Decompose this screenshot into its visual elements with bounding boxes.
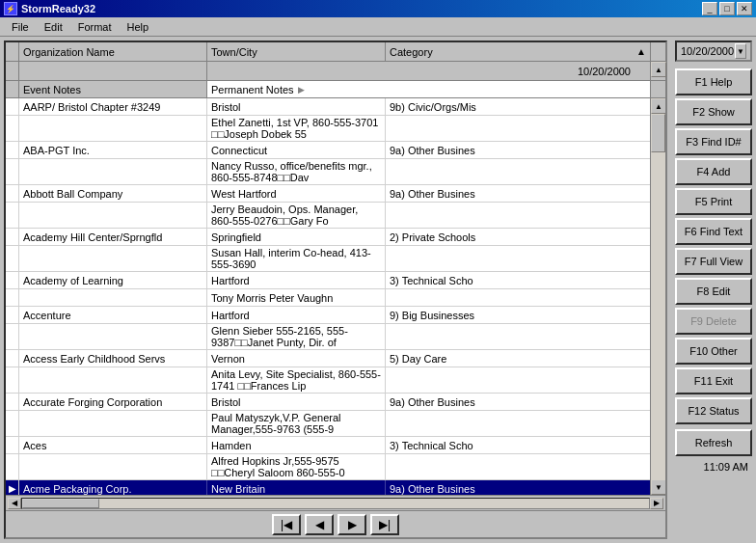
fkey-f1[interactable]: F1 Help <box>675 68 752 95</box>
vertical-scrollbar[interactable]: ▲ ▼ <box>650 98 665 495</box>
scroll-thumb[interactable] <box>651 114 665 152</box>
nav-last-button[interactable]: ▶| <box>370 514 399 535</box>
row-indicator <box>6 159 19 184</box>
minimize-button[interactable]: _ <box>702 2 717 15</box>
row-indicator <box>6 437 19 453</box>
org-name-cell: Aces <box>19 437 207 453</box>
h-scroll-thumb[interactable] <box>22 499 99 508</box>
category-cell: 9a) Other Busines <box>386 480 650 495</box>
date-value: 10/20/2000 <box>207 62 650 80</box>
table-row[interactable]: Accurate Forging CorporationBristol9a) O… <box>6 394 650 411</box>
table-row[interactable]: Paul Matyszyk,V.P. General Manager,555-9… <box>6 411 650 437</box>
fkey-f4[interactable]: F4 Add <box>675 158 752 185</box>
table-row[interactable]: Nancy Russo, office/benefits mgr., 860-5… <box>6 159 650 185</box>
sort-arrow-icon: ▲ <box>636 46 646 57</box>
close-button[interactable]: ✕ <box>737 2 752 15</box>
table-row[interactable]: Jerry Beaudoin, Ops. Manager, 860-555-02… <box>6 203 650 229</box>
row-indicator <box>6 394 19 410</box>
row-indicator <box>6 203 19 228</box>
notes-cell <box>19 367 207 393</box>
maximize-button[interactable]: □ <box>719 2 735 15</box>
fkey-f11[interactable]: F11 Exit <box>675 367 752 394</box>
category-cell: 9) Big Businesses <box>386 307 650 323</box>
notes-cell <box>19 246 207 271</box>
town-cell: Anita Levy, Site Specialist, 860-555-174… <box>207 367 386 393</box>
date-dropdown-button[interactable]: ▼ <box>735 43 746 59</box>
row-indicator <box>6 142 19 158</box>
right-panel: 10/20/2000 ▼ F1 Help F2 Show F3 Find ID#… <box>671 37 756 543</box>
table-row[interactable]: ▶Acme Packaging Corp.New Britain9a) Othe… <box>6 480 650 495</box>
town-cell: Springfield <box>207 229 386 245</box>
table-header: Organization Name Town/City Category ▲ <box>6 42 665 62</box>
menu-file[interactable]: File <box>4 18 37 36</box>
h-scroll-track[interactable] <box>21 498 650 509</box>
town-cell: Glenn Sieber 555-2165, 555-9387□□Janet P… <box>207 324 386 349</box>
table-row[interactable]: Academy of LearningHartford3) Technical … <box>6 272 650 289</box>
menu-help[interactable]: Help <box>120 18 157 36</box>
scroll-down-button[interactable]: ▼ <box>651 479 665 495</box>
menu-format[interactable]: Format <box>70 18 120 36</box>
fkey-f3[interactable]: F3 Find ID# <box>675 128 752 155</box>
row-indicator <box>6 185 19 202</box>
notes-value: Permanent Notes ▶ <box>207 81 650 97</box>
table-row[interactable]: Access Early Childhood ServsVernon5) Day… <box>6 350 650 367</box>
table-row[interactable]: AccentureHartford9) Big Businesses <box>6 307 650 324</box>
town-cell: Bristol <box>207 394 386 410</box>
town-cell: Hartford <box>207 307 386 323</box>
fkey-f8[interactable]: F8 Edit <box>675 278 752 305</box>
org-name-cell: Acme Packaging Corp. <box>19 480 207 495</box>
fkey-f5[interactable]: F5 Print <box>675 188 752 215</box>
window-controls[interactable]: _ □ ✕ <box>702 2 752 15</box>
table-row[interactable]: Anita Levy, Site Specialist, 860-555-174… <box>6 367 650 394</box>
col-header-town[interactable]: Town/City <box>207 42 386 61</box>
notes-cell <box>19 116 207 141</box>
fkey-f7[interactable]: F7 Full View <box>675 248 752 275</box>
table-row[interactable]: Tony Morris Peter Vaughn <box>6 289 650 307</box>
menu-edit[interactable]: Edit <box>37 18 70 36</box>
town-cell: Connecticut <box>207 142 386 158</box>
table-row[interactable]: Alfred Hopkins Jr,555-9575 □□Cheryl Salo… <box>6 454 650 480</box>
scroll-right-button[interactable]: ▶ <box>650 498 663 509</box>
fkey-f2[interactable]: F2 Show <box>675 98 752 125</box>
table-row[interactable]: AARP/ Bristol Chapter #3249Bristol9b) Ci… <box>6 98 650 116</box>
time-display: 11:09 AM <box>675 459 752 475</box>
table-row[interactable]: Academy Hill Center/SprngfldSpringfield2… <box>6 229 650 246</box>
table-row[interactable]: Ethel Zanetti, 1st VP, 860-555-3701 □□Jo… <box>6 116 650 142</box>
row-indicator <box>6 229 19 245</box>
row-indicator <box>6 367 19 393</box>
col-header-org[interactable]: Organization Name <box>19 42 207 61</box>
table-row[interactable]: Abbott Ball CompanyWest Hartford9a) Othe… <box>6 185 650 203</box>
table-row[interactable]: Susan Hall, interim Co-head, 413-555-369… <box>6 246 650 272</box>
refresh-button[interactable]: Refresh <box>675 429 752 456</box>
org-name-cell: Abbott Ball Company <box>19 185 207 202</box>
horizontal-scrollbar[interactable]: ◀ ▶ <box>6 495 665 510</box>
category-cell <box>386 324 650 349</box>
category-cell <box>386 411 650 436</box>
org-name-cell: AARP/ Bristol Chapter #3249 <box>19 98 207 115</box>
fkey-f6[interactable]: F6 Find Text <box>675 218 752 245</box>
date-display[interactable]: 10/20/2000 ▼ <box>675 41 752 62</box>
table-row[interactable]: ABA-PGT Inc.Connecticut9a) Other Busines <box>6 142 650 159</box>
table-row[interactable]: Glenn Sieber 555-2165, 555-9387□□Janet P… <box>6 324 650 350</box>
row-indicator <box>6 98 19 115</box>
scroll-up-button[interactable]: ▲ <box>651 98 665 114</box>
scroll-left-button[interactable]: ◀ <box>8 498 21 509</box>
nav-prev-button[interactable]: ◀ <box>305 514 334 535</box>
town-cell: Susan Hall, interim Co-head, 413-555-369… <box>207 246 386 271</box>
row-indicator <box>6 307 19 323</box>
col-header-category[interactable]: Category ▲ <box>386 42 650 61</box>
row-indicator <box>6 116 19 141</box>
nav-next-button[interactable]: ▶ <box>338 514 366 535</box>
fkey-f10[interactable]: F10 Other <box>675 338 752 365</box>
org-name-cell: ABA-PGT Inc. <box>19 142 207 158</box>
fkey-f12[interactable]: F12 Status <box>675 397 752 424</box>
org-name-cell: Access Early Childhood Servs <box>19 350 207 367</box>
scroll-up-btn[interactable]: ▲ <box>651 62 666 77</box>
town-cell: Paul Matyszyk,V.P. General Manager,555-9… <box>207 411 386 436</box>
town-cell: Bristol <box>207 98 386 115</box>
menu-bar: File Edit Format Help <box>0 17 756 37</box>
row-indicator <box>6 272 19 288</box>
scroll-track[interactable] <box>651 114 665 479</box>
table-row[interactable]: AcesHamden3) Technical Scho <box>6 437 650 454</box>
nav-first-button[interactable]: |◀ <box>272 514 301 535</box>
